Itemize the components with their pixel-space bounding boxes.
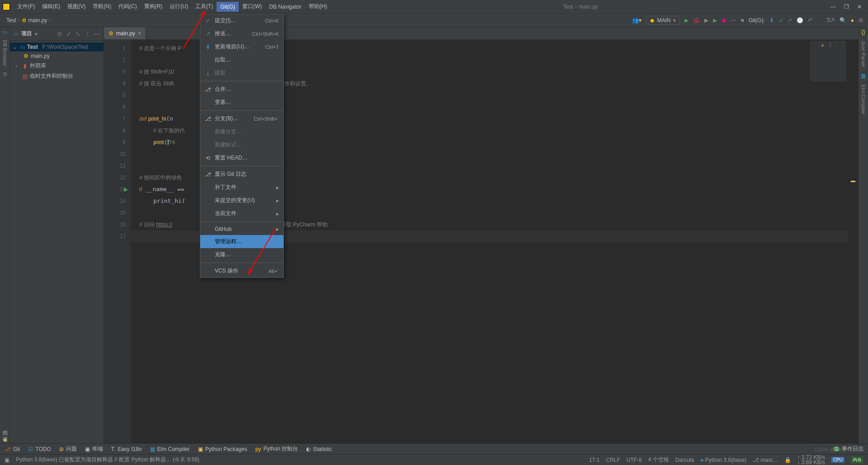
- locate-icon[interactable]: ⊙: [57, 31, 62, 37]
- menu-git[interactable]: Git(G): [217, 2, 239, 12]
- line-gutter[interactable]: 123456 7 89101112 ▶13 14151617: [104, 40, 131, 443]
- tree-file-main[interactable]: ⚙ main.py: [10, 52, 104, 61]
- elm-compiler-rail[interactable]: Elm Compiler: [861, 83, 866, 116]
- git-menu-item[interactable]: ⟲重置 HEAD…: [200, 151, 283, 164]
- editor-tab-main[interactable]: ⚙ main.py ×: [104, 27, 146, 39]
- git-menu-item[interactable]: VCS 操作Alt+`: [200, 264, 283, 277]
- project-tool-icon[interactable]: ▭: [2, 29, 7, 35]
- json-parser-rail[interactable]: Json Parser: [861, 39, 866, 69]
- run-button-icon[interactable]: ▶: [684, 17, 689, 23]
- status-cpu[interactable]: CPU: [831, 457, 844, 463]
- bookmarks-rail-icon[interactable]: ⊙: [3, 71, 7, 77]
- status-lock-icon[interactable]: 🔒: [784, 457, 791, 463]
- git-menu-item[interactable]: ⬇更新项目(U)…Ctrl+T: [200, 40, 283, 53]
- collapse-all-icon[interactable]: ⤡: [75, 31, 80, 37]
- menu-file[interactable]: 文件(F): [14, 1, 38, 12]
- tree-root[interactable]: ⌄ ▭ Test F:\WorkSpace\Test: [10, 42, 104, 52]
- menu-refactor[interactable]: 重构(R): [141, 1, 166, 12]
- profile-button-icon[interactable]: ▶: [713, 17, 717, 23]
- run-gutter-icon[interactable]: ▶: [124, 183, 128, 195]
- window-minimize-icon[interactable]: —: [830, 4, 836, 10]
- git-menu-item[interactable]: 未提交的变更(U)▸: [200, 194, 283, 207]
- tool-pyconsole[interactable]: pyPython 控制台: [255, 445, 298, 453]
- menu-navigate[interactable]: 导航(N): [89, 1, 115, 12]
- menu-help[interactable]: 帮助(H): [305, 1, 331, 12]
- favorites-star-icon[interactable]: ★: [3, 437, 8, 443]
- git-menu-item[interactable]: ↗推送…Ctrl+Shift+K: [200, 27, 283, 40]
- concurrency-button-icon[interactable]: ◉: [722, 17, 726, 23]
- db-browser-rail[interactable]: DB Browser: [2, 38, 8, 68]
- ide-updates-icon[interactable]: ●: [851, 17, 854, 23]
- hide-panel-icon[interactable]: —: [94, 31, 100, 37]
- elm-rail-icon[interactable]: ▦: [861, 73, 866, 79]
- settings-icon[interactable]: ⚙: [859, 17, 863, 23]
- tool-git[interactable]: ⎇Git: [5, 446, 20, 452]
- tree-external-libs[interactable]: › ▮ 外部库: [10, 61, 104, 71]
- git-rollback-icon[interactable]: ↶: [808, 17, 812, 23]
- tool-pypkg[interactable]: ▣Python Packages: [198, 446, 247, 452]
- git-push-icon[interactable]: ↗: [788, 17, 792, 23]
- panel-settings-icon[interactable]: ⋮: [85, 31, 90, 37]
- git-menu-item[interactable]: ✓提交(I)…Ctrl+K: [200, 14, 283, 27]
- git-commit-icon[interactable]: ✓: [778, 17, 783, 23]
- git-history-icon[interactable]: 🕘: [797, 17, 803, 23]
- attach-button-icon[interactable]: ⋯: [731, 17, 736, 23]
- project-tree[interactable]: ⌄ ▭ Test F:\WorkSpace\Test ⚙ main.py › ▮…: [10, 41, 104, 83]
- git-menu-item[interactable]: GitHub▸: [200, 223, 283, 235]
- coverage-button-icon[interactable]: ▶: [704, 17, 708, 23]
- window-close-icon[interactable]: ✕: [857, 4, 862, 10]
- code-minimap[interactable]: [810, 41, 846, 81]
- git-menu-item[interactable]: ⎇显示 Git 日志: [200, 168, 283, 181]
- status-memory[interactable]: 内存: [851, 456, 863, 464]
- scrollbar-warning-marker[interactable]: [851, 181, 855, 182]
- menu-tools[interactable]: 工具(T): [192, 1, 217, 12]
- git-menu-item[interactable]: 补丁文件▸: [200, 181, 283, 194]
- menu-edit[interactable]: 编辑(E): [38, 1, 64, 12]
- breadcrumb-project[interactable]: Test: [5, 17, 18, 23]
- json-parser-rail-icon[interactable]: {}: [861, 29, 865, 35]
- tool-problems[interactable]: ⊘问题: [59, 445, 77, 453]
- search-everywhere-icon[interactable]: 🔍: [840, 17, 846, 23]
- status-line-sep[interactable]: CRLF: [606, 457, 620, 463]
- git-menu-item[interactable]: 当前文件▸: [200, 207, 283, 220]
- git-menu-item[interactable]: ⎇合并…: [200, 83, 283, 96]
- breadcrumb-file[interactable]: ⚙ main.py: [20, 17, 49, 23]
- favorites-rail[interactable]: 收藏: [2, 431, 9, 434]
- window-maximize-icon[interactable]: ❐: [844, 4, 849, 10]
- tool-windows-icon[interactable]: ▣: [5, 457, 9, 463]
- tool-easyi18n[interactable]: T.Easy I18n: [111, 446, 142, 452]
- tool-elm[interactable]: ▦Elm Compiler: [150, 446, 190, 452]
- status-interpreter[interactable]: Python 3.8(base) 已被配置为项目解释器 // 配置 Python…: [16, 456, 199, 464]
- menu-view[interactable]: 视图(V): [64, 1, 89, 12]
- status-python[interactable]: ● Python 3.8(base): [700, 457, 746, 463]
- git-menu-item[interactable]: 拉取…: [200, 53, 283, 66]
- tool-terminal[interactable]: ▣终端: [85, 445, 103, 453]
- debug-button-icon[interactable]: 🐞: [693, 17, 700, 23]
- code-with-me-icon[interactable]: 👥▾: [632, 17, 642, 23]
- menu-window[interactable]: 窗口(W): [239, 1, 265, 12]
- git-menu-item[interactable]: 变基…: [200, 96, 283, 109]
- menu-dbnav[interactable]: DB Navigator: [265, 2, 305, 12]
- status-indent[interactable]: 4 个空格: [648, 456, 669, 464]
- status-git-branch[interactable]: ⎇ mast…: [753, 457, 778, 463]
- tool-todo[interactable]: ☑TODO: [28, 446, 51, 452]
- tree-scratches[interactable]: ▤ 临时文件和控制台: [10, 71, 104, 81]
- stop-button-icon[interactable]: ■: [741, 17, 744, 23]
- git-menu-item[interactable]: ⎇分支(B)…Ctrl+Shift+`: [200, 112, 283, 125]
- status-encoding[interactable]: UTF-8: [627, 457, 642, 463]
- tool-statistic[interactable]: ◐Statistic: [306, 446, 332, 452]
- menu-code[interactable]: 代码(C): [115, 1, 141, 12]
- status-caret-pos[interactable]: 17:1: [589, 457, 599, 463]
- run-config-selector[interactable]: ◆ MAIN ▾: [646, 16, 680, 25]
- chevron-down-icon[interactable]: ▾: [35, 31, 38, 37]
- close-tab-icon[interactable]: ×: [138, 30, 141, 37]
- git-menu-item[interactable]: 克隆…: [200, 248, 283, 261]
- git-update-icon[interactable]: ⬇: [769, 17, 774, 23]
- menu-run[interactable]: 运行(U): [166, 1, 192, 12]
- tree-expand-icon[interactable]: ⌄: [13, 44, 17, 50]
- tree-collapse-icon[interactable]: ›: [15, 63, 20, 69]
- expand-all-icon[interactable]: ⤢: [66, 31, 71, 37]
- translate-icon[interactable]: 文A: [826, 16, 835, 24]
- status-theme[interactable]: Darcula: [675, 457, 694, 463]
- git-menu-item[interactable]: 管理远程…: [200, 235, 283, 248]
